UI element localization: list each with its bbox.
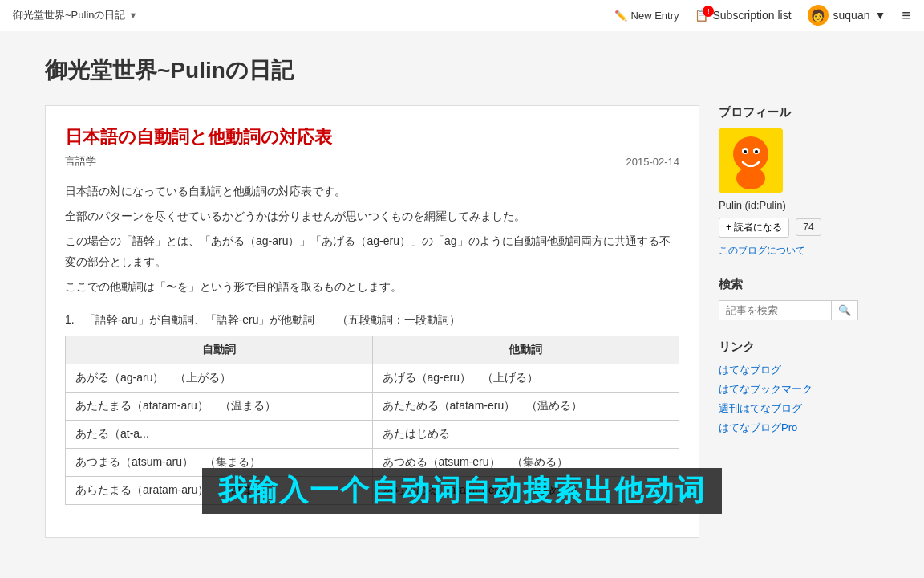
nav-left: 御光堂世界~Pulinの日記 ▼ [13,8,137,22]
sidebar-link[interactable]: はてなブログPro [719,421,879,435]
nav-blog-title[interactable]: 御光堂世界~Pulinの日記 [13,8,126,22]
sidebar-link[interactable]: はてなブログ [719,363,879,377]
section-1-text: 「語幹-aru」が自動詞、「語幹-eru」が他動詞 （五段動詞：一段動詞） [84,313,461,328]
sidebar-link[interactable]: はてなブックマーク [719,382,879,397]
follow-count: 74 [796,218,821,236]
section-1-num: 1. [65,313,75,326]
article-para-4: ここでの他動詞は「〜を」という形で目的語を取るものとします。 [65,277,679,297]
subscription-label: Subscription list [712,9,791,22]
subscription-button[interactable]: 📋 ! Subscription list [695,9,791,22]
nav-chevron-icon[interactable]: ▼ [129,10,138,20]
edit-icon: ✏️ [614,10,627,22]
svg-point-6 [736,167,765,189]
user-name: suquan [833,9,870,22]
table-cell-0-0: あがる（ag-aru） （上がる） [66,364,373,392]
table-cell-2-0: あたる（at-a... [66,420,373,448]
user-menu[interactable]: 🧑 suquan ▼ [808,5,886,26]
nav-right: ✏️ New Entry 📋 ! Subscription list 🧑 suq… [614,5,911,26]
overlay-banner: 我输入一个自动词自动搜索出他动词 [202,468,722,514]
col-transitive-header: 他動詞 [372,336,679,364]
search-button[interactable]: 🔍 [831,300,858,320]
table-cell-1-0: あたたまる（atatam-aru） （温まる） [66,392,373,420]
svg-point-5 [755,150,758,153]
sidebar-profile-title: プロフィール [719,105,879,120]
article-category[interactable]: 言語学 [65,154,96,169]
sidebar-search-section: 検索 🔍 [719,277,879,320]
article-date: 2015-02-14 [626,156,680,168]
hamburger-icon[interactable]: ≡ [902,6,911,25]
sidebar-link[interactable]: 週刊はてなブログ [719,401,879,416]
blog-main-title: 御光堂世界~Pulinの日記 [45,55,879,86]
user-chevron-icon: ▼ [874,9,886,22]
col-intransitive-header: 自動詞 [66,336,373,364]
profile-name: Pulin (id:Pulin) [719,199,879,211]
new-entry-label: New Entry [631,10,679,22]
svg-point-4 [744,150,747,153]
new-entry-button[interactable]: ✏️ New Entry [614,10,679,22]
article-para-1: 日本語の対になっている自動詞と他動詞の対応表です。 [65,181,679,201]
table-header-row: 自動詞 他動詞 [66,336,679,364]
article-meta: 言語学 2015-02-14 [65,154,679,169]
sidebar-links-section: リンク はてなブログはてなブックマーク週刊はてなブログはてなブログPro [719,340,879,435]
table-row: あたる（at-a...あたはじめる [66,420,679,448]
follow-button[interactable]: + 読者になる [719,218,789,238]
sidebar-links: はてなブログはてなブックマーク週刊はてなブログはてなブログPro [719,363,879,435]
sidebar-search-title: 検索 [719,277,879,292]
table-cell-0-1: あげる（ag-eru） （上げる） [372,364,679,392]
sidebar-profile-section: プロフィール Pulin (id:Pulin) + 読者に [719,105,879,258]
article-para-3: この場合の「語幹」とは、「あがる（ag-aru）」「あげる（ag-eru）」の「… [65,231,679,271]
table-row: あがる（ag-aru） （上がる）あげる（ag-eru） （上げる） [66,364,679,392]
article-body: 日本語の対になっている自動詞と他動詞の対応表です。 全部のパターンを尽くせている… [65,181,679,297]
nav-bar: 御光堂世界~Pulinの日記 ▼ ✏️ New Entry 📋 ! Subscr… [0,0,924,31]
section-1-heading: 1. 「語幹-aru」が自動詞、「語幹-eru」が他動詞 （五段動詞：一段動詞） [65,313,679,328]
article-para-2: 全部のパターンを尽くせているかどうかは分りませんが思いつくものを網羅してみました… [65,206,679,226]
table-row: あたたまる（atatam-aru） （温まる）あたためる（atatam-eru）… [66,392,679,420]
avatar: 🧑 [808,5,829,26]
sidebar-links-title: リンク [719,340,879,355]
profile-actions: + 読者になる 74 [719,218,879,238]
profile-avatar [719,128,783,193]
table-cell-1-1: あたためる（atatam-eru） （温める） [372,392,679,420]
search-box: 🔍 [719,300,879,320]
article-title: 日本語の自動詞と他動詞の対応表 [65,125,679,149]
sidebar: プロフィール Pulin (id:Pulin) + 読者に [719,105,879,538]
about-blog-link[interactable]: このブログについて [719,244,879,258]
search-input[interactable] [719,300,831,320]
table-cell-2-1: あたはじめる [372,420,679,448]
